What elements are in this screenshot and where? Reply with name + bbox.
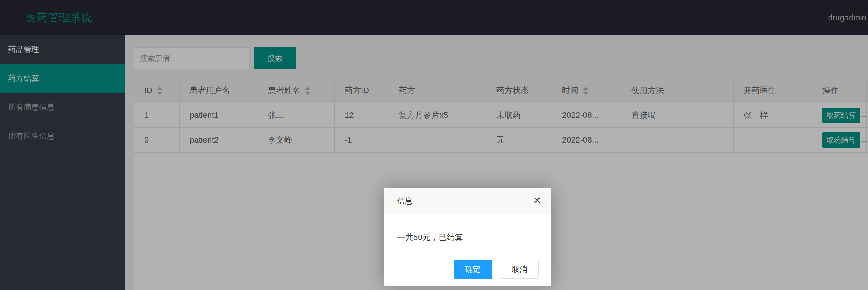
cancel-button[interactable]: 取消 (500, 260, 539, 279)
dialog-title: 信息 (384, 188, 551, 214)
dialog-message: 一共50元，已结算 (384, 214, 551, 243)
confirm-button[interactable]: 确定 (454, 260, 492, 279)
dialog-footer: 确定 取消 (454, 260, 539, 279)
dialog-header: 信息 ✕ (384, 188, 551, 214)
info-dialog: 信息 ✕ 一共50元，已结算 确定 取消 (384, 188, 551, 286)
close-icon[interactable]: ✕ (533, 188, 541, 214)
